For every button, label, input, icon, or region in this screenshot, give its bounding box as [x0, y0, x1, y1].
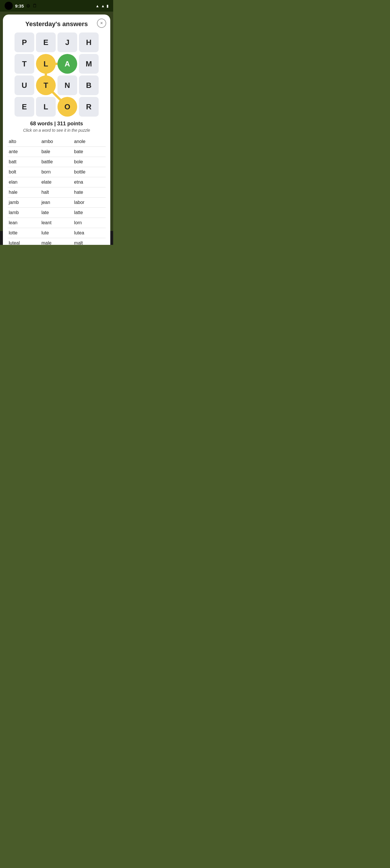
word-item[interactable]: elan [7, 177, 40, 187]
settings-icon: ⚙ [26, 3, 30, 9]
close-button[interactable]: × [97, 19, 106, 28]
word-item[interactable]: born [40, 167, 73, 177]
word-item[interactable]: bottle [73, 167, 106, 177]
word-item[interactable]: luteal [7, 238, 40, 245]
cell-U: U [14, 75, 34, 95]
word-item[interactable]: bole [73, 157, 106, 167]
notch-circle [5, 2, 13, 10]
game-background: S 272 ? × Yesterday's answers [0, 11, 113, 231]
word-item[interactable]: male [40, 238, 73, 245]
word-item[interactable]: anole [73, 137, 106, 147]
cell-T2: T [36, 75, 56, 95]
word-item[interactable]: leant [40, 218, 73, 228]
word-item[interactable]: hale [7, 187, 40, 197]
word-item[interactable]: elate [40, 177, 73, 187]
word-item[interactable]: ante [7, 147, 40, 157]
cell-A: A [57, 54, 77, 74]
cell-M: M [79, 54, 99, 74]
word-item[interactable]: lorn [73, 218, 106, 228]
word-item[interactable]: late [40, 208, 73, 218]
modal-title: Yesterday's answers [3, 20, 110, 28]
cell-E: E [36, 32, 56, 52]
cell-T1: T [14, 54, 34, 74]
cell-R: R [79, 97, 99, 117]
cell-B: B [79, 75, 99, 95]
status-time: 9:35 [15, 3, 24, 8]
word-item[interactable]: halt [40, 187, 73, 197]
words-list: altoamboanoleantebalebatebattbattleboleb… [3, 137, 110, 245]
cell-H: H [79, 32, 99, 52]
word-item[interactable]: bate [73, 147, 106, 157]
word-item[interactable]: lotte [7, 228, 40, 238]
word-item[interactable]: malt [73, 238, 106, 245]
status-left: 9:35 ⚙ 🗒 [5, 2, 37, 10]
answers-modal: × Yesterday's answers P E [3, 14, 110, 245]
letter-grid: P E J H T L A M U T N B E L O R [14, 32, 99, 117]
cell-O: O [57, 97, 77, 117]
cell-N: N [57, 75, 77, 95]
cell-P: P [14, 32, 34, 52]
word-item[interactable]: jamb [7, 197, 40, 208]
word-item[interactable]: labor [73, 197, 106, 208]
word-item[interactable]: ambo [40, 137, 73, 147]
word-item[interactable]: jean [40, 197, 73, 208]
cell-L1: L [36, 54, 56, 74]
cell-E2: E [14, 97, 34, 117]
word-item[interactable]: hate [73, 187, 106, 197]
word-item[interactable]: bale [40, 147, 73, 157]
word-item[interactable]: lute [40, 228, 73, 238]
word-item[interactable]: bolt [7, 167, 40, 177]
notes-icon: 🗒 [32, 3, 37, 8]
stats-line: 68 words | 311 points [3, 121, 110, 127]
status-bar: 9:35 ⚙ 🗒 ▲ ▲ ▮ [0, 0, 113, 11]
word-item[interactable]: etna [73, 177, 106, 187]
subtitle: Click on a word to see it in the puzzle [3, 128, 110, 132]
word-item[interactable]: alto [7, 137, 40, 147]
word-item[interactable]: batt [7, 157, 40, 167]
word-item[interactable]: lamb [7, 208, 40, 218]
battery-icon: ▮ [107, 4, 109, 8]
word-item[interactable]: lean [7, 218, 40, 228]
status-right: ▲ ▲ ▮ [95, 4, 109, 8]
letter-grid-wrapper: P E J H T L A M U T N B E L O R [3, 32, 110, 117]
word-item[interactable]: lutea [73, 228, 106, 238]
cell-J: J [57, 32, 77, 52]
cell-L2: L [36, 97, 56, 117]
word-item[interactable]: battle [40, 157, 73, 167]
word-item[interactable]: latte [73, 208, 106, 218]
wifi-icon: ▲ [95, 4, 99, 8]
words-grid: altoamboanoleantebalebatebattbattleboleb… [7, 137, 106, 245]
signal-icon: ▲ [101, 4, 105, 8]
